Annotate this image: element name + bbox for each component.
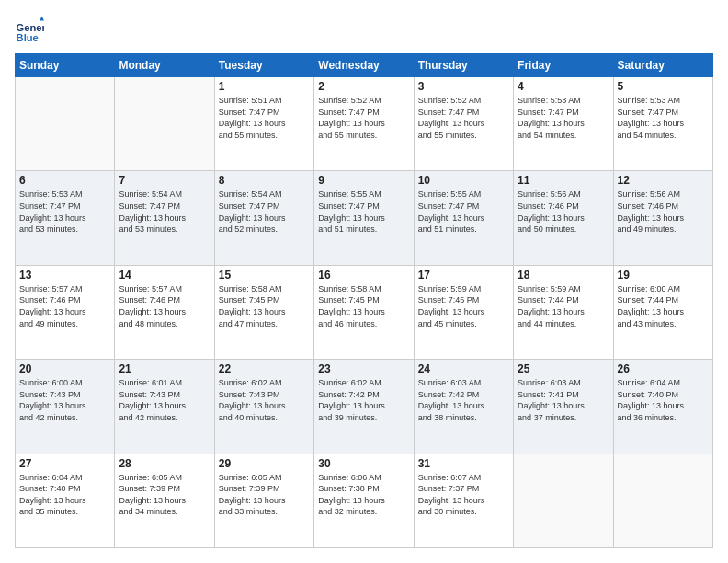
day-number: 3 — [418, 80, 509, 93]
day-number: 26 — [618, 362, 709, 375]
day-number: 13 — [19, 269, 110, 282]
day-info: Sunrise: 5:56 AM Sunset: 7:46 PM Dayligh… — [518, 189, 609, 235]
svg-marker-2 — [40, 17, 44, 21]
day-info: Sunrise: 5:58 AM Sunset: 7:45 PM Dayligh… — [219, 283, 310, 329]
day-number: 30 — [318, 457, 409, 470]
day-info: Sunrise: 5:59 AM Sunset: 7:45 PM Dayligh… — [418, 283, 509, 329]
day-cell: 21Sunrise: 6:01 AM Sunset: 7:43 PM Dayli… — [115, 360, 214, 454]
day-info: Sunrise: 5:52 AM Sunset: 7:47 PM Dayligh… — [318, 95, 409, 141]
day-number: 10 — [418, 174, 509, 187]
day-info: Sunrise: 6:03 AM Sunset: 7:41 PM Dayligh… — [518, 377, 609, 423]
day-info: Sunrise: 5:54 AM Sunset: 7:47 PM Dayligh… — [219, 189, 310, 235]
day-number: 18 — [518, 269, 609, 282]
day-cell — [115, 77, 214, 171]
day-number: 5 — [618, 80, 709, 93]
day-number: 22 — [219, 362, 310, 375]
day-number: 2 — [318, 80, 409, 93]
day-cell: 24Sunrise: 6:03 AM Sunset: 7:42 PM Dayli… — [414, 360, 513, 454]
day-cell: 27Sunrise: 6:04 AM Sunset: 7:40 PM Dayli… — [16, 454, 115, 547]
week-row-1: 1Sunrise: 5:51 AM Sunset: 7:47 PM Daylig… — [16, 77, 713, 171]
day-cell: 16Sunrise: 5:58 AM Sunset: 7:45 PM Dayli… — [314, 265, 414, 359]
logo: General Blue — [15, 15, 48, 44]
day-cell: 6Sunrise: 5:53 AM Sunset: 7:47 PM Daylig… — [16, 171, 115, 265]
day-info: Sunrise: 5:55 AM Sunset: 7:47 PM Dayligh… — [318, 189, 409, 235]
day-info: Sunrise: 6:03 AM Sunset: 7:42 PM Dayligh… — [418, 377, 509, 423]
day-info: Sunrise: 6:07 AM Sunset: 7:37 PM Dayligh… — [418, 472, 509, 518]
day-number: 9 — [318, 174, 409, 187]
day-cell: 31Sunrise: 6:07 AM Sunset: 7:37 PM Dayli… — [414, 454, 513, 547]
day-cell — [16, 77, 115, 171]
day-cell: 19Sunrise: 6:00 AM Sunset: 7:44 PM Dayli… — [613, 265, 712, 359]
day-cell — [514, 454, 613, 547]
day-number: 8 — [219, 174, 310, 187]
svg-text:Blue: Blue — [17, 32, 39, 43]
day-number: 12 — [618, 174, 709, 187]
day-cell: 4Sunrise: 5:53 AM Sunset: 7:47 PM Daylig… — [514, 77, 613, 171]
page: General Blue SundayMondayTuesdayWednesda… — [0, 0, 728, 563]
day-cell: 14Sunrise: 5:57 AM Sunset: 7:46 PM Dayli… — [115, 265, 214, 359]
day-info: Sunrise: 6:02 AM Sunset: 7:42 PM Dayligh… — [318, 377, 409, 423]
week-row-4: 20Sunrise: 6:00 AM Sunset: 7:43 PM Dayli… — [16, 360, 713, 454]
day-cell: 9Sunrise: 5:55 AM Sunset: 7:47 PM Daylig… — [314, 171, 414, 265]
svg-text:General: General — [17, 22, 44, 33]
day-info: Sunrise: 5:55 AM Sunset: 7:47 PM Dayligh… — [418, 189, 509, 235]
day-cell: 20Sunrise: 6:00 AM Sunset: 7:43 PM Dayli… — [16, 360, 115, 454]
day-cell: 30Sunrise: 6:06 AM Sunset: 7:38 PM Dayli… — [314, 454, 414, 547]
weekday-header-friday: Friday — [514, 54, 613, 77]
day-info: Sunrise: 5:59 AM Sunset: 7:44 PM Dayligh… — [518, 283, 609, 329]
day-info: Sunrise: 6:06 AM Sunset: 7:38 PM Dayligh… — [318, 472, 409, 518]
day-cell: 10Sunrise: 5:55 AM Sunset: 7:47 PM Dayli… — [414, 171, 513, 265]
day-info: Sunrise: 6:01 AM Sunset: 7:43 PM Dayligh… — [119, 377, 210, 423]
day-cell: 8Sunrise: 5:54 AM Sunset: 7:47 PM Daylig… — [214, 171, 313, 265]
calendar: SundayMondayTuesdayWednesdayThursdayFrid… — [15, 53, 713, 548]
weekday-header-saturday: Saturday — [613, 54, 712, 77]
weekday-header-thursday: Thursday — [414, 54, 513, 77]
day-number: 24 — [418, 362, 509, 375]
day-cell: 17Sunrise: 5:59 AM Sunset: 7:45 PM Dayli… — [414, 265, 513, 359]
day-info: Sunrise: 6:05 AM Sunset: 7:39 PM Dayligh… — [119, 472, 210, 518]
day-info: Sunrise: 5:54 AM Sunset: 7:47 PM Dayligh… — [119, 189, 210, 235]
day-number: 19 — [618, 269, 709, 282]
day-number: 20 — [19, 362, 110, 375]
day-number: 29 — [219, 457, 310, 470]
day-info: Sunrise: 6:05 AM Sunset: 7:39 PM Dayligh… — [219, 472, 310, 518]
day-info: Sunrise: 5:57 AM Sunset: 7:46 PM Dayligh… — [119, 283, 210, 329]
week-row-2: 6Sunrise: 5:53 AM Sunset: 7:47 PM Daylig… — [16, 171, 713, 265]
day-number: 31 — [418, 457, 509, 470]
day-cell: 15Sunrise: 5:58 AM Sunset: 7:45 PM Dayli… — [214, 265, 313, 359]
day-number: 23 — [318, 362, 409, 375]
day-cell: 3Sunrise: 5:52 AM Sunset: 7:47 PM Daylig… — [414, 77, 513, 171]
day-cell: 25Sunrise: 6:03 AM Sunset: 7:41 PM Dayli… — [514, 360, 613, 454]
day-number: 21 — [119, 362, 210, 375]
day-number: 1 — [219, 80, 310, 93]
day-number: 25 — [518, 362, 609, 375]
day-info: Sunrise: 5:51 AM Sunset: 7:47 PM Dayligh… — [219, 95, 310, 141]
day-number: 11 — [518, 174, 609, 187]
day-number: 4 — [518, 80, 609, 93]
day-cell: 11Sunrise: 5:56 AM Sunset: 7:46 PM Dayli… — [514, 171, 613, 265]
day-info: Sunrise: 6:00 AM Sunset: 7:44 PM Dayligh… — [618, 283, 709, 329]
day-number: 14 — [119, 269, 210, 282]
day-number: 17 — [418, 269, 509, 282]
day-info: Sunrise: 5:53 AM Sunset: 7:47 PM Dayligh… — [518, 95, 609, 141]
day-cell: 18Sunrise: 5:59 AM Sunset: 7:44 PM Dayli… — [514, 265, 613, 359]
day-info: Sunrise: 6:04 AM Sunset: 7:40 PM Dayligh… — [19, 472, 110, 518]
weekday-header-sunday: Sunday — [16, 54, 115, 77]
day-number: 6 — [19, 174, 110, 187]
day-info: Sunrise: 6:02 AM Sunset: 7:43 PM Dayligh… — [219, 377, 310, 423]
day-number: 27 — [19, 457, 110, 470]
day-cell: 28Sunrise: 6:05 AM Sunset: 7:39 PM Dayli… — [115, 454, 214, 547]
day-info: Sunrise: 6:00 AM Sunset: 7:43 PM Dayligh… — [19, 377, 110, 423]
day-info: Sunrise: 5:53 AM Sunset: 7:47 PM Dayligh… — [618, 95, 709, 141]
day-number: 15 — [219, 269, 310, 282]
day-number: 7 — [119, 174, 210, 187]
day-info: Sunrise: 5:57 AM Sunset: 7:46 PM Dayligh… — [19, 283, 110, 329]
weekday-header-wednesday: Wednesday — [314, 54, 414, 77]
day-info: Sunrise: 5:56 AM Sunset: 7:46 PM Dayligh… — [618, 189, 709, 235]
day-cell: 23Sunrise: 6:02 AM Sunset: 7:42 PM Dayli… — [314, 360, 414, 454]
day-info: Sunrise: 5:58 AM Sunset: 7:45 PM Dayligh… — [318, 283, 409, 329]
day-info: Sunrise: 6:04 AM Sunset: 7:40 PM Dayligh… — [618, 377, 709, 423]
day-cell: 1Sunrise: 5:51 AM Sunset: 7:47 PM Daylig… — [214, 77, 313, 171]
day-cell: 7Sunrise: 5:54 AM Sunset: 7:47 PM Daylig… — [115, 171, 214, 265]
day-info: Sunrise: 5:53 AM Sunset: 7:47 PM Dayligh… — [19, 189, 110, 235]
